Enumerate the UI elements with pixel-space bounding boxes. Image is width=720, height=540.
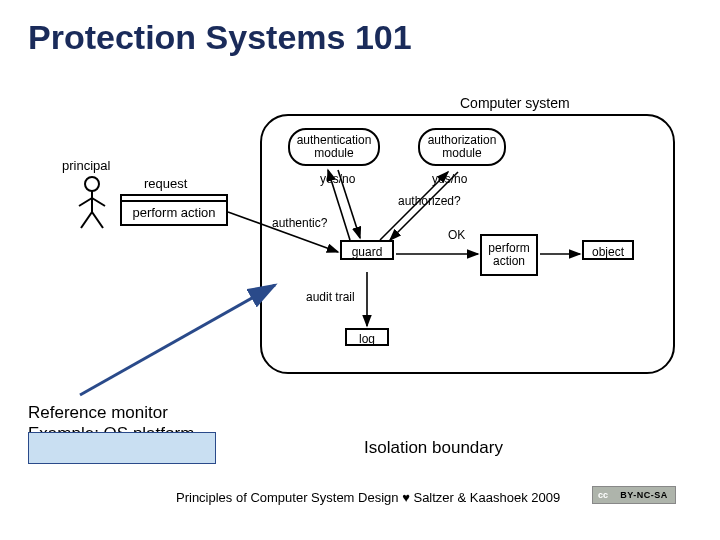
reference-monitor-pointer-arrow — [70, 280, 290, 400]
footer-citation: Principles of Computer System Design ♥ S… — [176, 490, 560, 505]
svg-line-7 — [328, 170, 350, 240]
slide-title: Protection Systems 101 — [28, 18, 412, 57]
svg-line-8 — [338, 170, 360, 238]
cc-license-badge: cc BY-NC-SA — [592, 486, 676, 504]
cc-license-text: BY-NC-SA — [613, 487, 675, 503]
svg-line-10 — [390, 172, 458, 240]
svg-line-9 — [380, 172, 448, 240]
isolation-boundary-box — [28, 432, 216, 464]
svg-line-14 — [80, 285, 275, 395]
ref-line1: Reference monitor — [28, 402, 194, 423]
svg-line-6 — [228, 212, 338, 252]
isolation-boundary-label: Isolation boundary — [364, 438, 503, 458]
cc-icon: cc — [593, 487, 613, 503]
